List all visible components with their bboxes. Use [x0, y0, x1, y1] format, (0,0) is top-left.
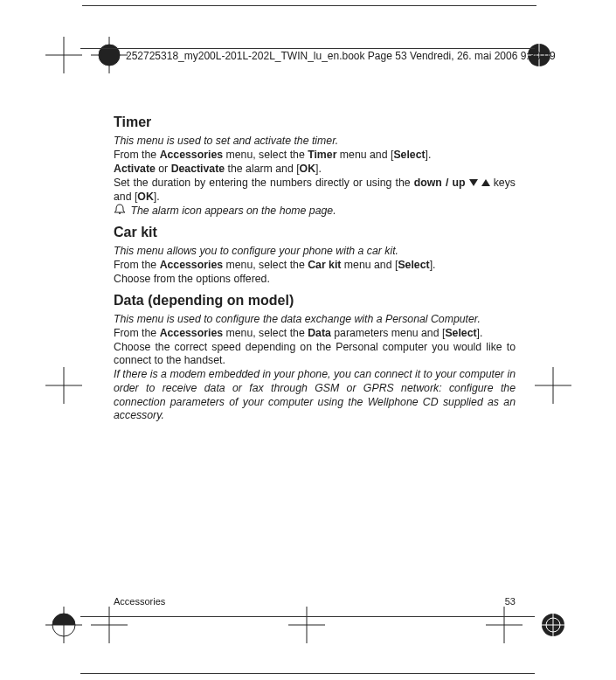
- t: ].: [315, 163, 322, 175]
- t: ].: [477, 327, 483, 339]
- t: From the: [114, 327, 160, 339]
- footer-rule: [80, 616, 535, 617]
- data-intro: This menu is used to configure the data …: [114, 313, 516, 327]
- t: OK: [137, 191, 153, 203]
- reg-mark-bl2: [91, 607, 128, 643]
- down-arrow-icon: [469, 177, 478, 191]
- reg-mark-bl: [45, 607, 82, 643]
- page-body: Timer This menu is used to set and activ…: [114, 114, 516, 423]
- footer-section: Accessories: [114, 596, 165, 607]
- carkit-line1: From the Accessories menu, select the Ca…: [114, 259, 516, 273]
- reg-mark-br1: [486, 607, 523, 643]
- page-footer: Accessories 53: [114, 596, 516, 607]
- t: Deactivate: [171, 163, 225, 175]
- timer-line3: Set the duration by entering the numbers…: [114, 177, 516, 205]
- data-line3: If there is a modem embedded in your pho…: [114, 368, 516, 423]
- reg-mark-ml: [45, 367, 82, 404]
- t: From the: [114, 149, 160, 161]
- t: Accessories: [160, 327, 223, 339]
- timer-intro: This menu is used to set and activate th…: [114, 135, 516, 149]
- t: Select: [445, 327, 476, 339]
- reg-mark-tl: [45, 37, 82, 73]
- t: Accessories: [160, 149, 223, 161]
- t: menu and [: [336, 149, 393, 161]
- t: menu, select the: [223, 259, 308, 271]
- t: menu and [: [341, 259, 398, 271]
- reg-mark-br2: [535, 607, 571, 643]
- reg-mark-mr: [535, 367, 571, 404]
- t: Select: [398, 259, 429, 271]
- t: menu, select the: [223, 149, 308, 161]
- reg-mark-bc: [288, 607, 325, 643]
- t: From the: [114, 259, 160, 271]
- t: Car kit: [308, 259, 341, 271]
- up-arrow-icon: [481, 177, 490, 191]
- t: menu, select the: [223, 327, 308, 339]
- t: Timer: [308, 149, 336, 161]
- reg-mark-tl2: [91, 37, 128, 73]
- t: Select: [393, 149, 425, 161]
- t: or: [156, 163, 171, 175]
- timer-line2: Activate or Deactivate the alarm and [OK…: [114, 163, 516, 177]
- svg-marker-26: [469, 179, 478, 186]
- footer-page-number: 53: [505, 596, 516, 607]
- timer-line4: The alarm icon appears on the home page.: [114, 204, 516, 219]
- t: ].: [154, 191, 160, 203]
- data-line1: From the Accessories menu, select the Da…: [114, 327, 516, 341]
- t: Accessories: [160, 259, 223, 271]
- t: the alarm and [: [225, 163, 299, 175]
- t: Data: [308, 327, 331, 339]
- t: ].: [430, 259, 436, 271]
- t: OK: [300, 163, 315, 175]
- section-title-timer: Timer: [114, 114, 516, 131]
- header-rule: [80, 48, 535, 49]
- carkit-line2: Choose from the options offered.: [114, 273, 516, 287]
- alarm-icon: [114, 204, 126, 219]
- section-title-data: Data (depending on model): [114, 292, 516, 309]
- header-filename: 252725318_my200L-201L-202L_TWIN_lu_en.bo…: [126, 50, 556, 62]
- t: The alarm icon appears on the home page.: [130, 205, 336, 217]
- t: ].: [426, 149, 432, 161]
- section-title-carkit: Car kit: [114, 224, 516, 241]
- t: Activate: [114, 163, 156, 175]
- timer-line1: From the Accessories menu, select the Ti…: [114, 149, 516, 163]
- bottom-rule: [80, 673, 535, 674]
- carkit-intro: This menu allows you to configure your p…: [114, 245, 516, 259]
- t: Set the duration by entering the numbers…: [114, 177, 414, 189]
- svg-marker-27: [481, 179, 490, 186]
- t: parameters menu and [: [331, 327, 446, 339]
- t: down / up: [414, 177, 466, 189]
- data-line2: Choose the correct speed depending on th…: [114, 341, 516, 368]
- svg-point-28: [119, 212, 121, 214]
